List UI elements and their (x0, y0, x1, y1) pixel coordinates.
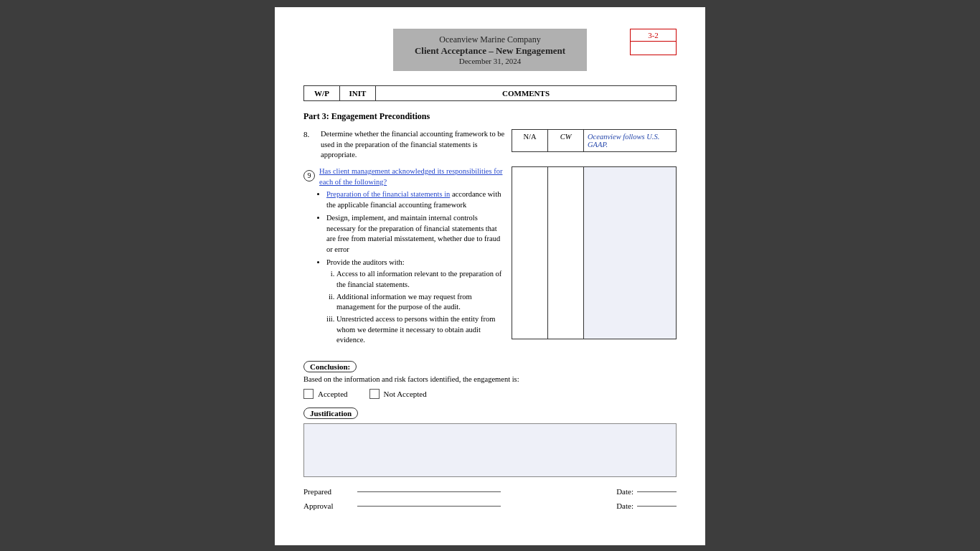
bullet-3: Provide the auditors with: Access to all… (326, 258, 507, 347)
justification-label: Justification (303, 408, 358, 419)
sub-item-3: Unrestricted access to persons within th… (336, 314, 507, 346)
sub-item-2: Additional information we may request fr… (336, 292, 507, 313)
conclusion-text: Based on the information and risk factor… (303, 375, 677, 383)
document-page: Oceanview Marine Company Client Acceptan… (275, 7, 705, 545)
question-8-table: N/A CW Oceanview follows U.S. GAAP. (512, 129, 677, 152)
prepared-row: Prepared Date: (303, 487, 677, 496)
reference-box: 3-2 (630, 29, 677, 55)
approval-date-group: Date: (602, 501, 677, 510)
ref-blank (631, 42, 676, 55)
question-9-content: Has client management acknowledged its r… (319, 166, 507, 348)
prepared-line[interactable] (357, 491, 501, 492)
accepted-option[interactable]: Accepted (303, 389, 348, 399)
question-8-row: 8. Determine whether the financial accou… (303, 129, 507, 161)
q9-wp (512, 167, 548, 339)
form-title: Client Acceptance – New Engagement (415, 45, 565, 57)
approval-date-line[interactable] (637, 506, 677, 507)
document-header: Oceanview Marine Company Client Acceptan… (303, 29, 677, 71)
q8-init: CW (548, 130, 584, 152)
wp-header: W/P (304, 86, 340, 100)
header-box: Oceanview Marine Company Client Acceptan… (393, 29, 587, 71)
question-8-text: Determine whether the financial accounti… (321, 129, 507, 161)
acceptance-options: Accepted Not Accepted (303, 389, 677, 399)
bullet-1: Preparation of the financial statements … (326, 189, 507, 210)
question-9-text: Has client management acknowledged its r… (319, 167, 502, 186)
approval-row: Approval Date: (303, 501, 677, 510)
signatures-section: Prepared Date: Approval Date: (303, 487, 677, 510)
question-9-table (512, 166, 677, 339)
approval-line[interactable] (357, 506, 501, 507)
accepted-label: Accepted (318, 390, 348, 398)
company-name: Oceanview Marine Company (415, 34, 565, 45)
question-8-num: 8. (303, 129, 321, 138)
prepared-date-group: Date: (602, 487, 677, 496)
justification-section: Justification (303, 406, 677, 477)
column-headers: W/P INIT COMMENTS (303, 85, 677, 101)
q8-wp: N/A (512, 130, 548, 152)
approval-group: Approval (303, 501, 501, 510)
prepared-date-line[interactable] (637, 491, 677, 492)
document-date: December 31, 2024 (415, 57, 565, 65)
sub-list: Access to all information relevant to th… (336, 269, 507, 346)
ref-number: 3-2 (631, 29, 676, 42)
question-9-bullets: Preparation of the financial statements … (326, 189, 507, 346)
q9-comment (584, 167, 677, 339)
prepared-group: Prepared (303, 487, 501, 496)
accepted-checkbox[interactable] (303, 389, 314, 399)
not-accepted-checkbox[interactable] (369, 389, 380, 399)
q8-comment: Oceanview follows U.S. GAAP. (584, 130, 677, 152)
prepared-date-label: Date: (616, 487, 633, 496)
prepared-label: Prepared (303, 487, 354, 496)
not-accepted-label: Not Accepted (384, 390, 427, 398)
q9-init (548, 167, 584, 339)
part3-heading: Part 3: Engagement Preconditions (303, 111, 677, 122)
approval-label: Approval (303, 501, 354, 510)
question-9-num-circle: 9 (303, 170, 315, 182)
sub-item-1: Access to all information relevant to th… (336, 269, 507, 290)
conclusion-label: Conclusion: (303, 361, 357, 372)
not-accepted-option[interactable]: Not Accepted (369, 389, 427, 399)
approval-date-label: Date: (616, 501, 633, 510)
bullet-2: Design, implement, and maintain internal… (326, 213, 507, 255)
conclusion-section: Conclusion: Based on the information and… (303, 361, 677, 399)
comments-header: COMMENTS (376, 86, 676, 100)
init-header: INIT (340, 86, 376, 100)
question-9-row: 9 Has client management acknowledged its… (303, 166, 507, 348)
justification-input-box[interactable] (303, 423, 677, 477)
